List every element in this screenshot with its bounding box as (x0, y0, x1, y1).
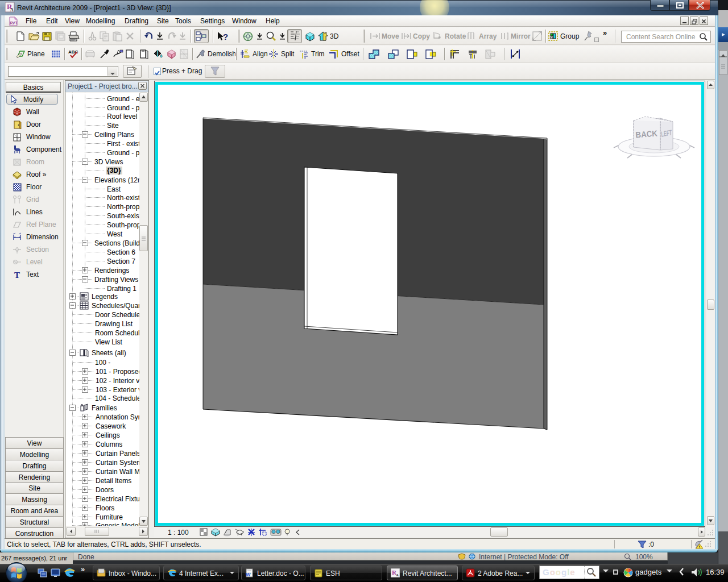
svg-text:RVT: RVT (10, 21, 18, 25)
svg-text:A: A (10, 7, 14, 13)
svg-text:A: A (396, 573, 399, 577)
svg-text:BACK: BACK (635, 128, 657, 140)
svg-text:ABC: ABC (68, 49, 78, 55)
svg-text:T: T (14, 271, 20, 279)
svg-text:?: ? (223, 32, 228, 41)
svg-text:W: W (246, 572, 251, 577)
